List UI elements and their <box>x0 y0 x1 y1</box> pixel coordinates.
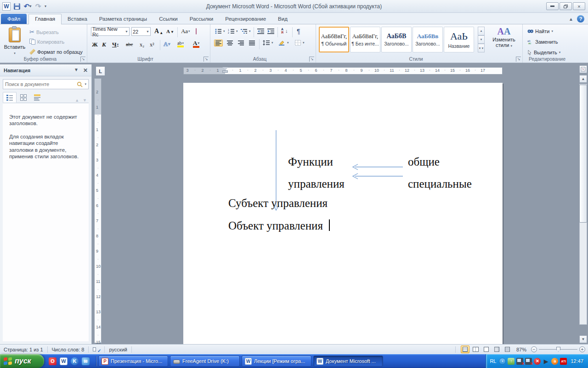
scroll-down-icon[interactable]: ▼ <box>579 335 587 343</box>
tray-speaker-icon[interactable]: ◀ <box>543 358 549 365</box>
multilevel-list-button[interactable]: ▾ <box>240 28 252 34</box>
keyboard-layout-indicator[interactable]: RL <box>490 358 496 364</box>
text-subject[interactable]: Субъект управления <box>228 197 328 210</box>
ribbon-tab-главная[interactable]: Главная <box>28 14 62 24</box>
quicklaunch-word-icon[interactable]: W <box>60 357 68 365</box>
show-marks-button[interactable]: ¶ <box>296 27 301 35</box>
quicklaunch-opera-icon[interactable]: O <box>49 357 57 365</box>
tray-collapse-icon[interactable]: ‹ <box>499 358 506 365</box>
collapse-ribbon-icon[interactable]: ▲ <box>569 17 573 22</box>
ribbon-tab-вставка[interactable]: Вставка <box>62 14 93 24</box>
font-color-button[interactable]: А▾ <box>193 40 199 48</box>
search-input[interactable] <box>5 81 77 87</box>
change-case-button[interactable]: Аа▾ <box>181 28 190 35</box>
style-card-5[interactable]: АаЬНазвание <box>444 27 474 52</box>
numbering-button[interactable]: 12▾ <box>227 28 239 34</box>
copy-button[interactable]: Копировать <box>28 38 65 45</box>
document-search-box[interactable]: ▾ <box>3 79 89 89</box>
justify-button[interactable] <box>248 40 256 46</box>
text-functions-line1[interactable]: Функции <box>288 155 333 168</box>
subscript-button[interactable]: x₂ <box>140 41 144 48</box>
zoom-in-button[interactable]: + <box>579 346 585 352</box>
decrease-indent-button[interactable] <box>256 28 265 34</box>
tray-network-icon[interactable]: × <box>516 358 523 365</box>
underline-button[interactable]: Ч▾ <box>112 41 119 48</box>
restore-button[interactable] <box>560 2 572 10</box>
styles-dialog-launcher[interactable]: ↘ <box>516 57 521 62</box>
tray-usb-icon[interactable]: ↑ <box>508 358 514 365</box>
redo-button[interactable]: ↷ <box>34 2 42 11</box>
gallery-down-icon[interactable]: ▼ <box>478 35 485 44</box>
nav-tab-headings[interactable] <box>3 92 17 103</box>
paste-button[interactable]: Вставить▾ <box>4 27 26 56</box>
highlight-color-button[interactable]: ab▾ <box>177 41 184 47</box>
clipboard-dialog-launcher[interactable]: ↘ <box>80 57 85 62</box>
shrink-font-button[interactable]: А▼ <box>166 29 174 34</box>
cut-button[interactable]: ✂Вырезать <box>28 28 60 36</box>
ribbon-tab-ссылки[interactable]: Ссылки <box>153 14 184 24</box>
close-button[interactable]: × <box>573 2 585 10</box>
select-button[interactable]: Выделить▾ <box>526 49 561 56</box>
word-count[interactable]: Число слов: 8 <box>51 347 85 352</box>
align-right-button[interactable] <box>237 40 245 46</box>
scroll-up-icon[interactable]: ▲ <box>579 75 587 83</box>
style-card-2[interactable]: АаБбВвГг,¶ Без инте... <box>350 27 380 52</box>
format-painter-button[interactable]: Формат по образцу <box>28 48 84 55</box>
view-draft-button[interactable] <box>503 345 512 353</box>
zoom-level[interactable]: 87% <box>514 347 529 352</box>
undo-button[interactable]: ↶▾ <box>23 2 32 11</box>
view-fullscreen-reading-button[interactable] <box>471 345 480 353</box>
ribbon-tab-рецензирование[interactable]: Рецензирование <box>219 14 272 24</box>
vertical-scrollbar[interactable]: ▲ ▼ <box>579 65 587 343</box>
taskbar-button-1[interactable]: PПрезентация - Micro... <box>98 356 168 367</box>
spellcheck-icon[interactable]: ✓ <box>93 347 100 352</box>
tray-antivirus-icon[interactable]: a <box>551 358 558 365</box>
sort-button[interactable]: АЯ↓ <box>280 27 289 34</box>
minimize-button[interactable] <box>546 2 559 10</box>
change-styles-button[interactable]: AA Изменить стили ▾ <box>488 26 520 55</box>
view-outline-button[interactable] <box>492 345 501 353</box>
taskbar-button-2[interactable]: FreeAgent Drive (K:) <box>170 356 240 367</box>
language-indicator[interactable]: русский <box>108 347 128 352</box>
style-card-3[interactable]: АаБбВЗаголово... <box>381 27 412 52</box>
nav-tab-pages[interactable] <box>17 92 30 103</box>
gallery-up-icon[interactable]: ▲ <box>478 27 485 35</box>
tab-stop-selector[interactable]: L <box>96 66 105 76</box>
clear-formatting-button[interactable] <box>196 29 197 34</box>
view-web-layout-button[interactable] <box>482 345 491 353</box>
text-functions-line2[interactable]: управления <box>288 178 345 190</box>
borders-button[interactable]: ▾ <box>294 40 305 46</box>
align-center-button[interactable] <box>226 40 234 46</box>
search-options-icon[interactable]: ▾ <box>85 82 86 86</box>
nav-tab-results[interactable] <box>30 92 44 103</box>
save-button[interactable] <box>13 2 21 11</box>
quicklaunch-kmplayer-icon[interactable]: K <box>71 357 79 365</box>
word-app-icon[interactable]: W <box>2 2 11 11</box>
clock[interactable]: 12:47 <box>571 358 583 364</box>
style-card-1[interactable]: АаБбВвГг,¶ Обычный <box>319 27 349 52</box>
zoom-slider[interactable] <box>539 346 577 352</box>
tray-security-icon[interactable]: ✕ <box>534 358 541 365</box>
style-card-4[interactable]: АаБбВвЗаголово... <box>413 27 443 52</box>
indent-markers[interactable] <box>222 67 228 75</box>
taskbar-button-3[interactable]: WЛекции [Режим огра... <box>242 356 311 367</box>
font-family-combo[interactable]: Times New Rc▼ <box>91 27 130 36</box>
strikethrough-button[interactable]: abc <box>126 41 133 47</box>
nav-pane-close-icon[interactable]: ✕ <box>83 67 88 74</box>
text-special[interactable]: специальные <box>408 178 472 190</box>
bold-button[interactable]: Ж <box>92 41 98 48</box>
scrollbar-thumb[interactable] <box>579 85 587 223</box>
nav-next-icon[interactable]: ▼ <box>83 98 87 103</box>
ribbon-tab-вид[interactable]: Вид <box>272 14 294 24</box>
italic-button[interactable]: К <box>102 41 106 48</box>
nav-pane-menu-icon[interactable]: ▼ <box>74 67 79 74</box>
font-dialog-launcher[interactable]: ↘ <box>204 57 209 62</box>
vertical-ruler[interactable]: 2·1··1·2·3·4·5·6·7·8·9·10·11·12·13·14·15 <box>94 78 102 343</box>
qat-customize-button[interactable]: ▾ <box>45 4 46 8</box>
line-spacing-button[interactable]: ▾ <box>262 40 274 46</box>
tray-ati-icon[interactable]: ATI <box>560 358 567 365</box>
superscript-button[interactable]: x² <box>150 41 154 48</box>
align-left-button[interactable] <box>214 40 223 46</box>
font-size-combo[interactable]: 22▼ <box>131 27 151 36</box>
increase-indent-button[interactable] <box>266 28 275 34</box>
